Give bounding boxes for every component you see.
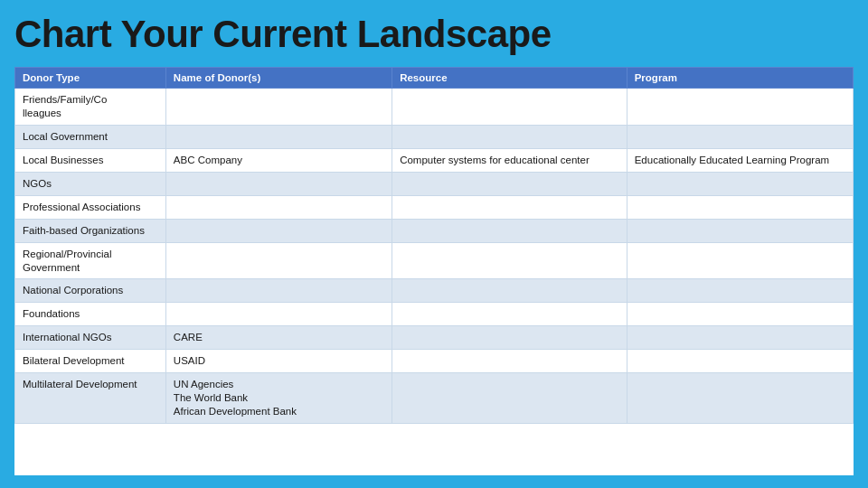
table-cell: [627, 279, 853, 303]
table-cell: [627, 195, 853, 219]
table-cell: Foundations: [15, 303, 166, 326]
table-cell: NGOs: [15, 172, 166, 195]
table-row: Faith-based Organizations: [15, 219, 854, 242]
table-cell: [392, 195, 627, 219]
table-cell: [627, 125, 853, 148]
table-cell: [165, 303, 392, 326]
table-cell: [165, 125, 392, 148]
table-cell: [165, 219, 392, 242]
table-cell: [627, 303, 853, 326]
table-cell: Local Businesses: [15, 148, 166, 172]
table-cell: Professional Associations: [15, 195, 166, 219]
table-cell: National Corporations: [15, 279, 166, 303]
col-header-donor-name: Name of Donor(s): [165, 68, 392, 89]
table-cell: [392, 219, 627, 242]
col-header-resource: Resource: [392, 68, 627, 89]
table-row: Foundations: [15, 303, 854, 326]
table-cell: Educationally Educated Learning Program: [627, 148, 853, 172]
table-row: Professional Associations: [15, 195, 854, 219]
table-cell: [165, 89, 392, 126]
table-cell: Multilateral Development: [15, 373, 166, 424]
table-cell: Friends/Family/Colleagues: [15, 89, 166, 126]
table-cell: International NGOs: [15, 326, 166, 350]
table-header-row: Donor Type Name of Donor(s) Resource Pro…: [15, 68, 854, 89]
table-cell: [627, 350, 853, 373]
table-cell: [165, 279, 392, 303]
col-header-program: Program: [627, 68, 853, 89]
table-cell: Bilateral Development: [15, 350, 166, 373]
table-row: Multilateral DevelopmentUN AgenciesThe W…: [15, 373, 854, 424]
table-cell: Faith-based Organizations: [15, 219, 166, 242]
table-cell: ABC Company: [165, 148, 392, 172]
table-cell: [627, 326, 853, 350]
table-row: National Corporations: [15, 279, 854, 303]
table-cell: [392, 303, 627, 326]
table-row: International NGOsCARE: [15, 326, 854, 350]
table-cell: [392, 242, 627, 279]
table-cell: [627, 373, 853, 424]
table-cell: [627, 89, 853, 126]
table-cell: [392, 279, 627, 303]
table-row: Friends/Family/Colleagues: [15, 89, 854, 126]
donor-table: Donor Type Name of Donor(s) Resource Pro…: [14, 67, 854, 424]
col-header-donor-type: Donor Type: [15, 68, 166, 89]
table-cell: Computer systems for educational center: [392, 148, 627, 172]
table-cell: [392, 172, 627, 195]
table-cell: CARE: [165, 326, 392, 350]
page-container: Chart Your Current Landscape Donor Type …: [0, 0, 868, 488]
table-cell: [392, 125, 627, 148]
page-title: Chart Your Current Landscape: [14, 13, 854, 56]
table-cell: [627, 172, 853, 195]
table-cell: [392, 326, 627, 350]
table-cell: [627, 242, 853, 279]
table-cell: [165, 242, 392, 279]
table-cell: Local Government: [15, 125, 166, 148]
table-row: Local Government: [15, 125, 854, 148]
table-cell: [392, 89, 627, 126]
table-row: Local BusinessesABC CompanyComputer syst…: [15, 148, 854, 172]
table-row: NGOs: [15, 172, 854, 195]
table-cell: [627, 219, 853, 242]
table-cell: Regional/Provincial Government: [15, 242, 166, 279]
table-cell: [165, 195, 392, 219]
table-cell: [165, 172, 392, 195]
table-cell: USAID: [165, 350, 392, 373]
table-cell: UN AgenciesThe World BankAfrican Develop…: [165, 373, 392, 424]
table-cell: [392, 350, 627, 373]
table-row: Bilateral DevelopmentUSAID: [15, 350, 854, 373]
table-wrapper: Donor Type Name of Donor(s) Resource Pro…: [14, 67, 854, 475]
table-cell: [392, 373, 627, 424]
table-body: Friends/Family/ColleaguesLocal Governmen…: [15, 89, 854, 424]
table-row: Regional/Provincial Government: [15, 242, 854, 279]
